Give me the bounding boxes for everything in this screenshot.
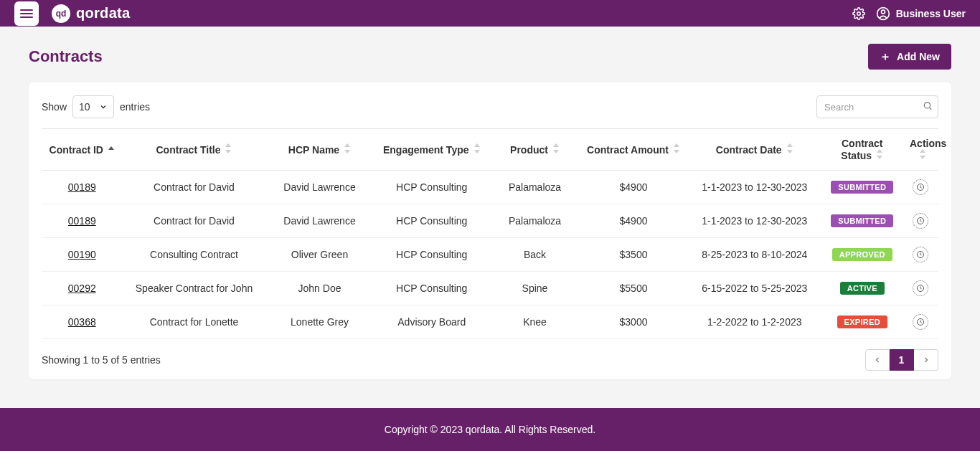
clock-icon [916, 183, 925, 191]
cell-title: Contract for David [123, 171, 266, 204]
plus-icon: ＋ [880, 51, 891, 62]
add-new-label: Add New [897, 51, 940, 62]
search-icon [923, 101, 933, 113]
chevron-left-icon [873, 356, 882, 364]
svg-point-0 [857, 11, 860, 15]
cell-engagement: Advisory Board [374, 305, 491, 339]
contract-id-link[interactable]: 00292 [68, 283, 96, 294]
history-button[interactable] [913, 179, 928, 195]
cell-date: 1-1-2023 to 12-30-2023 [687, 171, 822, 204]
top-navbar: qd qordata Business User [0, 0, 980, 27]
gear-icon [852, 7, 865, 20]
page-size-control: Show 10 entries [42, 95, 150, 118]
page-number-button[interactable]: 1 [890, 349, 914, 371]
cell-product: Back [490, 238, 580, 272]
column-header[interactable]: Product [490, 129, 580, 171]
cell-date: 6-15-2022 to 5-25-2023 [687, 272, 822, 305]
contract-id-link[interactable]: 00368 [68, 316, 96, 328]
contracts-card: Show 10 entries [29, 82, 951, 379]
column-header[interactable]: Actions [903, 129, 938, 171]
cell-hcp: John Doe [266, 272, 374, 305]
contracts-table: Contract IDContract TitleHCP NameEngagem… [42, 128, 938, 339]
table-row: 00190Consulting ContractOliver GreenHCP … [42, 238, 938, 272]
status-badge: APPROVED [832, 248, 892, 261]
sort-icon [552, 143, 560, 153]
cell-title: Contract for Lonette [123, 305, 266, 339]
user-menu[interactable]: Business User [876, 6, 966, 21]
history-button[interactable] [913, 247, 928, 262]
settings-button[interactable] [852, 6, 866, 21]
column-header[interactable]: HCP Name [266, 129, 374, 171]
page-title: Contracts [29, 47, 103, 66]
user-icon [876, 6, 890, 21]
sort-icon [344, 143, 351, 153]
cell-title: Speaker Contract for John [123, 272, 266, 305]
column-header[interactable]: Contract Amount [580, 129, 687, 171]
cell-hcp: Lonette Grey [266, 305, 374, 339]
column-header-label: Contract Date [716, 144, 782, 156]
add-new-button[interactable]: ＋ Add New [868, 44, 951, 70]
sort-icon [876, 149, 883, 159]
entries-label: entries [120, 101, 150, 113]
cell-product: Spine [490, 272, 580, 305]
menu-toggle-button[interactable] [14, 1, 39, 26]
brand-name: qordata [76, 5, 130, 22]
cell-amount: $4900 [580, 204, 687, 238]
table-row: 00368Contract for LonetteLonette GreyAdv… [42, 305, 938, 339]
cell-product: Palamaloza [490, 171, 580, 204]
brand[interactable]: qd qordata [52, 4, 130, 23]
show-label: Show [42, 101, 67, 113]
cell-title: Consulting Contract [123, 238, 266, 272]
chevron-right-icon [922, 356, 930, 364]
cell-engagement: HCP Consulting [374, 204, 491, 238]
hamburger-icon [20, 13, 33, 14]
cell-engagement: HCP Consulting [374, 171, 491, 204]
cell-amount: $5500 [580, 272, 687, 305]
clock-icon [916, 284, 925, 293]
prev-page-button[interactable] [865, 349, 890, 371]
page-size-select[interactable]: 10 [72, 95, 114, 118]
cell-amount: $3500 [580, 238, 687, 272]
cell-title: Contract for David [123, 204, 266, 238]
status-badge: EXPIRED [837, 315, 887, 328]
column-header-label: Contract Title [156, 144, 221, 156]
column-header[interactable]: Contract Date [687, 129, 822, 171]
contract-id-link[interactable]: 00189 [68, 181, 96, 193]
cell-hcp: David Lawrence [266, 171, 374, 204]
cell-product: Palamaloza [490, 204, 580, 238]
page-number-label: 1 [899, 354, 905, 366]
clock-icon [916, 217, 925, 225]
history-button[interactable] [913, 280, 928, 296]
cell-amount: $3000 [580, 305, 687, 339]
sort-icon [786, 143, 793, 153]
column-header-label: HCP Name [288, 144, 339, 156]
next-page-button[interactable] [914, 349, 938, 371]
history-button[interactable] [913, 314, 928, 330]
cell-date: 1-1-2023 to 12-30-2023 [687, 204, 822, 238]
pagination: 1 [865, 349, 938, 371]
column-header[interactable]: Contract Title [123, 129, 266, 171]
sort-icon [473, 143, 481, 153]
clock-icon [916, 250, 925, 259]
sort-icon [108, 146, 115, 153]
cell-engagement: HCP Consulting [374, 272, 491, 305]
table-row: 00189Contract for DavidDavid LawrenceHCP… [42, 204, 938, 238]
sort-icon [919, 149, 926, 159]
sort-icon [673, 143, 680, 153]
cell-date: 8-25-2023 to 8-10-2024 [687, 238, 822, 272]
column-header[interactable]: Engagement Type [374, 129, 491, 171]
contract-id-link[interactable]: 00189 [68, 215, 96, 227]
column-header-label: Contract Amount [587, 144, 669, 156]
cell-hcp: Oliver Green [266, 238, 374, 272]
site-footer: Copyright © 2023 qordata. All Rights Res… [0, 408, 980, 451]
search-input[interactable] [816, 95, 938, 118]
status-badge: SUBMITTED [831, 181, 893, 194]
column-header[interactable]: Contract Status [822, 129, 903, 171]
status-badge: SUBMITTED [831, 214, 893, 227]
history-button[interactable] [913, 213, 928, 229]
cell-engagement: HCP Consulting [374, 238, 491, 272]
contract-id-link[interactable]: 00190 [68, 249, 96, 260]
column-header-label: Product [510, 144, 548, 156]
column-header[interactable]: Contract ID [42, 129, 123, 171]
column-header-label: Contract ID [50, 144, 103, 156]
